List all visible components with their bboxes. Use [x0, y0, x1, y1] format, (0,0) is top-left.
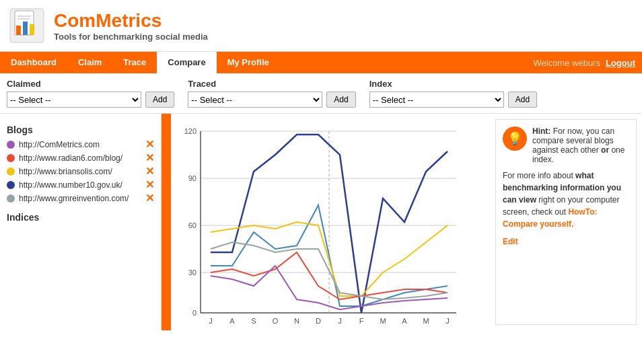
blog-url-2: http://www.briansolis.com/: [19, 167, 141, 176]
orange-divider: [162, 114, 171, 330]
svg-text:120: 120: [184, 127, 197, 135]
svg-text:M: M: [380, 317, 386, 325]
logo-area: ComMetrics Tools for benchmarking social…: [7, 5, 208, 46]
nav-trace[interactable]: Trace: [112, 52, 157, 73]
svg-text:90: 90: [188, 174, 197, 182]
line-traced: [211, 205, 448, 306]
svg-text:S: S: [251, 317, 256, 325]
chart-svg: 120 90 60 30 0 J A S O N D J F M A M J 2…: [174, 118, 470, 326]
svg-text:M: M: [423, 317, 429, 325]
navbar: Dashboard Claim Trace Compare My Profile…: [0, 52, 642, 73]
claimed-controls: -- Select -- Add: [7, 92, 174, 108]
blog-item-3: http://www.number10.gov.uk/ ✕: [7, 180, 154, 190]
hint-bold-text: what benchmarking information you can vi…: [503, 171, 621, 205]
blogs-title: Blogs: [7, 124, 154, 135]
hint-howto-link[interactable]: HowTo: Compare yourself.: [503, 207, 598, 229]
svg-text:0: 0: [192, 309, 197, 317]
index-add-button[interactable]: Add: [508, 92, 537, 108]
logo-metrics: Metrics: [96, 10, 162, 31]
hint-body: For more info about what benchmarking in…: [503, 170, 629, 230]
blog-item-2: http://www.briansolis.com/ ✕: [7, 166, 154, 177]
svg-text:60: 60: [188, 221, 197, 229]
remove-blog-4[interactable]: ✕: [145, 193, 154, 204]
remove-blog-2[interactable]: ✕: [145, 166, 154, 177]
indices-title: Indices: [7, 212, 154, 223]
svg-text:D: D: [316, 317, 321, 325]
sidebar: Blogs http://ComMetrics.com ✕ http://www…: [0, 114, 162, 330]
remove-blog-0[interactable]: ✕: [145, 139, 154, 150]
claimed-add-button[interactable]: Add: [145, 92, 174, 108]
svg-rect-4: [16, 26, 21, 35]
blog-url-0: http://ComMetrics.com: [19, 140, 141, 149]
hint-header: 💡 Hint: For now, you can compare several…: [503, 126, 629, 164]
claimed-select[interactable]: -- Select --: [7, 92, 141, 108]
nav-right: Welcome weburs Logout: [533, 58, 642, 68]
svg-text:A: A: [229, 317, 235, 325]
logo-title: ComMetrics: [54, 10, 208, 32]
nav-claim[interactable]: Claim: [67, 52, 112, 73]
blog-dot-1: [7, 154, 15, 162]
logo-text-area: ComMetrics Tools for benchmarking social…: [54, 10, 208, 42]
traced-select[interactable]: -- Select --: [188, 92, 322, 108]
blog-dot-3: [7, 181, 15, 189]
remove-blog-1[interactable]: ✕: [145, 153, 154, 163]
logout-button[interactable]: Logout: [606, 58, 635, 68]
nav-dashboard[interactable]: Dashboard: [0, 52, 67, 73]
content-area: Blogs http://ComMetrics.com ✕ http://www…: [0, 114, 642, 330]
nav-myprofile[interactable]: My Profile: [217, 52, 280, 73]
svg-text:A: A: [402, 317, 407, 325]
hint-title: Hint:: [532, 126, 550, 136]
svg-text:F: F: [359, 317, 364, 325]
index-select[interactable]: -- Select --: [369, 92, 504, 108]
blog-item-4: http://www.gmreinvention.com/ ✕: [7, 193, 154, 204]
traced-controls: -- Select -- Add: [188, 92, 355, 108]
hint-edit-link[interactable]: Edit: [503, 237, 629, 246]
blog-url-1: http://www.radian6.com/blog/: [19, 153, 141, 163]
hint-bulb-icon: 💡: [503, 126, 527, 151]
traced-label: Traced: [188, 79, 355, 89]
index-group: Index -- Select -- Add: [369, 79, 537, 108]
index-controls: -- Select -- Add: [369, 92, 537, 108]
logo-icon: [7, 5, 47, 46]
svg-text:O: O: [273, 317, 279, 325]
svg-rect-5: [23, 22, 28, 35]
blog-url-3: http://www.number10.gov.uk/: [19, 180, 141, 190]
logo-com: Com: [54, 10, 96, 31]
claimed-group: Claimed -- Select -- Add: [7, 79, 174, 108]
welcome-text: Welcome weburs: [533, 58, 600, 68]
svg-text:J: J: [338, 317, 342, 325]
chart-container: 120 90 60 30 0 J A S O N D J F M A M J 2…: [171, 114, 490, 330]
hint-panel: 💡 Hint: For now, you can compare several…: [495, 119, 637, 325]
claimed-label: Claimed: [7, 79, 174, 89]
blog-dot-2: [7, 168, 15, 176]
svg-text:N: N: [294, 317, 299, 325]
svg-text:J: J: [445, 317, 450, 325]
blog-dot-0: [7, 141, 15, 149]
svg-text:30: 30: [188, 268, 197, 277]
svg-rect-6: [30, 24, 34, 35]
remove-blog-3[interactable]: ✕: [145, 180, 154, 190]
traced-group: Traced -- Select -- Add: [188, 79, 355, 108]
line-briansolis: [211, 222, 448, 296]
traced-add-button[interactable]: Add: [326, 92, 355, 108]
header: ComMetrics Tools for benchmarking social…: [0, 0, 642, 52]
blog-item-0: http://ComMetrics.com ✕: [7, 139, 154, 150]
blog-dot-4: [7, 194, 15, 203]
svg-text:J: J: [209, 317, 213, 325]
nav-compare[interactable]: Compare: [157, 52, 216, 73]
index-label: Index: [369, 79, 537, 89]
select-row: Claimed -- Select -- Add Traced -- Selec…: [0, 73, 642, 114]
logo-subtitle: Tools for benchmarking social media: [54, 32, 208, 42]
blog-item-1: http://www.radian6.com/blog/ ✕: [7, 153, 154, 163]
blog-url-4: http://www.gmreinvention.com/: [19, 194, 141, 203]
